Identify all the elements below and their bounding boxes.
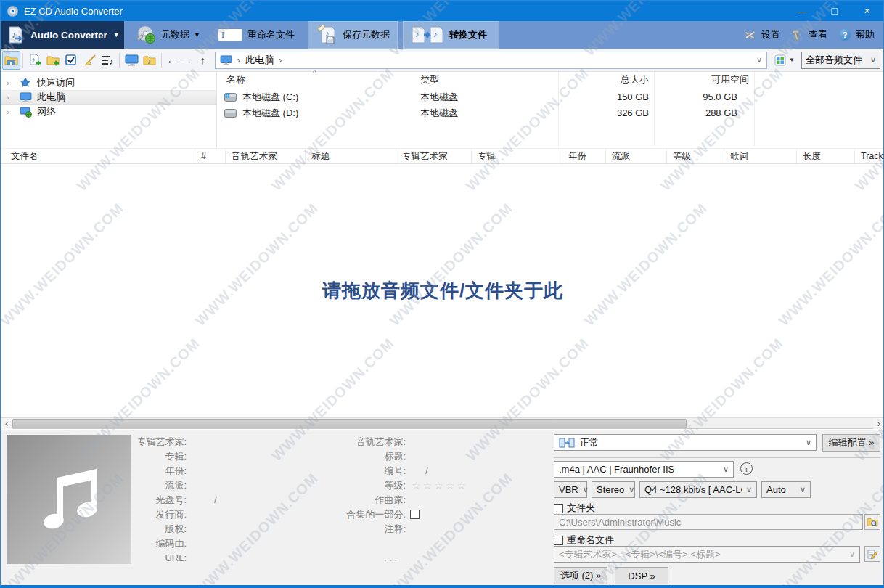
- rename-checkbox[interactable]: [554, 536, 563, 545]
- audio-converter-icon: ♪: [7, 25, 25, 44]
- rename-checkbox-row[interactable]: 重命名文件: [554, 534, 614, 547]
- column-divider[interactable]: [654, 72, 655, 146]
- breadcrumb-this-pc[interactable]: 此电脑: [245, 54, 274, 67]
- drop-zone-message: 请拖放音频文件/文件夹于此: [322, 278, 563, 303]
- edit-profile-button[interactable]: 编辑配置 »: [822, 434, 880, 452]
- disc-number-value[interactable]: /: [214, 493, 217, 507]
- svg-text:♪: ♪: [147, 57, 151, 65]
- tree-item-quick-access[interactable]: › 快速访问: [1, 75, 216, 90]
- up-button[interactable]: ↑: [195, 54, 210, 66]
- address-bar[interactable]: › 此电脑 › ∨: [215, 52, 767, 69]
- scroll-left-button[interactable]: ‹: [1, 418, 12, 429]
- expander-icon[interactable]: ›: [7, 78, 15, 87]
- column-lyrics[interactable]: 歌词: [724, 149, 797, 163]
- output-path-input[interactable]: C:\Users\Administrator\Music: [554, 514, 863, 530]
- expander-icon[interactable]: ›: [7, 107, 15, 116]
- bitrate-mode-dropdown[interactable]: VBR ∨: [554, 481, 587, 498]
- codec-info-icon[interactable]: i: [740, 462, 753, 475]
- drop-zone[interactable]: 请拖放音频文件/文件夹于此: [1, 164, 884, 417]
- browse-folder-button-bottom[interactable]: [864, 514, 880, 530]
- maximize-button[interactable]: □: [818, 1, 851, 21]
- rating-stars[interactable]: ☆☆☆☆☆: [412, 478, 468, 493]
- track-number-value[interactable]: /: [425, 464, 428, 478]
- column-title[interactable]: 标题: [306, 149, 396, 163]
- tree-item-this-pc[interactable]: › 此电脑: [1, 90, 216, 105]
- metadata-button[interactable]: 元数据 ▼: [128, 21, 208, 49]
- horizontal-scrollbar[interactable]: ‹ ›: [1, 417, 884, 429]
- hammer-icon: [792, 30, 803, 41]
- column-year[interactable]: 年份: [562, 149, 606, 163]
- file-filter-dropdown[interactable]: 全部音频文件 ∨: [801, 52, 880, 69]
- options-button[interactable]: 选项 (2) »: [554, 567, 607, 584]
- dsp-button[interactable]: DSP »: [615, 567, 668, 584]
- sample-rate-value: Auto: [766, 484, 786, 495]
- format-dropdown[interactable]: .m4a | AAC | Fraunhofer IIS ∨: [554, 461, 734, 478]
- audio-converter-menu-button[interactable]: ♪ Audio Converter ▼: [1, 21, 124, 49]
- rating-label: 等级:: [291, 478, 406, 493]
- column-track-artist[interactable]: 音轨艺术家: [226, 149, 306, 163]
- playlist-button[interactable]: ♪: [99, 51, 117, 70]
- breadcrumb-separator: ›: [237, 54, 240, 65]
- minimize-button[interactable]: —: [785, 1, 818, 21]
- svg-text:♪: ♪: [433, 30, 438, 38]
- add-folder-button[interactable]: [44, 51, 62, 70]
- back-button[interactable]: ←: [164, 54, 179, 66]
- expander-icon[interactable]: ›: [7, 93, 15, 102]
- tree-item-network[interactable]: › 网络: [1, 105, 216, 119]
- column-filename[interactable]: 文件名: [1, 149, 195, 163]
- close-button[interactable]: ×: [851, 1, 883, 21]
- column-divider[interactable]: [558, 72, 559, 146]
- scrollbar-thumb[interactable]: [12, 419, 687, 428]
- profile-caret-icon: ∨: [801, 438, 811, 447]
- copyright-label: 版权:: [44, 522, 187, 536]
- column-divider[interactable]: [754, 72, 755, 146]
- save-metadata-button[interactable]: ♪ 保存元数据: [308, 21, 398, 49]
- column-header-total-size[interactable]: 总大小: [576, 73, 649, 88]
- column-header-type[interactable]: 类型: [420, 73, 439, 88]
- browse-folder-button[interactable]: [2, 51, 20, 70]
- music-folder-button[interactable]: ♪: [141, 51, 159, 70]
- convert-files-button[interactable]: ♪♪ 转换文件: [403, 21, 499, 49]
- column-length[interactable]: 长度: [797, 149, 855, 163]
- select-all-button[interactable]: [62, 51, 81, 70]
- column-album[interactable]: 专辑: [472, 149, 562, 163]
- scroll-right-button[interactable]: ›: [873, 418, 884, 429]
- grid-view-icon: [774, 54, 786, 66]
- drive-row-d[interactable]: 本地磁盘 (D:): [224, 105, 298, 121]
- edit-pattern-button[interactable]: [864, 546, 880, 562]
- clear-list-button[interactable]: [81, 51, 99, 70]
- quality-dropdown[interactable]: Q4 ~128 kbit/s [ AAC-LC ] ∨: [639, 481, 757, 498]
- folder-checkbox-row[interactable]: 文件夹: [554, 502, 595, 515]
- comment-expand[interactable]: . . .: [384, 551, 397, 565]
- column-rating[interactable]: 等级: [667, 149, 724, 163]
- profile-value: 正常: [580, 436, 599, 449]
- drive-free: 288 GB: [665, 105, 737, 121]
- column-album-artist[interactable]: 专辑艺术家: [396, 149, 472, 163]
- forward-button[interactable]: →: [179, 54, 195, 66]
- sample-rate-dropdown[interactable]: Auto ∨: [761, 481, 811, 498]
- rename-pattern-dropdown[interactable]: <专辑艺术家> - <专辑>\<编号>.<标题> ∨: [554, 546, 860, 563]
- add-files-button[interactable]: ♪: [25, 51, 44, 70]
- column-header-name[interactable]: 名称: [226, 73, 245, 88]
- network-icon: [20, 107, 33, 118]
- drive-row-c[interactable]: 本地磁盘 (C:): [224, 89, 298, 105]
- column-track-gain[interactable]: Track g: [855, 149, 884, 163]
- compilation-checkbox[interactable]: [410, 510, 420, 519]
- view-button[interactable]: 查看: [786, 28, 833, 41]
- column-genre[interactable]: 流派: [606, 149, 667, 163]
- column-header-free-space[interactable]: 可用空间: [676, 73, 749, 88]
- address-dropdown-icon[interactable]: ∨: [756, 55, 762, 65]
- convert-files-icon: ♪♪: [411, 25, 444, 45]
- channels-dropdown[interactable]: Stereo ∨: [592, 481, 635, 498]
- folder-checkbox[interactable]: [554, 504, 563, 513]
- settings-button[interactable]: 设置: [738, 28, 786, 41]
- audio-converter-caret-icon: ▼: [113, 31, 120, 38]
- column-number[interactable]: #: [195, 149, 226, 163]
- monitor-view-button[interactable]: [122, 51, 140, 70]
- rename-files-button[interactable]: I 重命名文件: [210, 21, 302, 49]
- profile-dropdown[interactable]: 正常 ∨: [554, 434, 817, 451]
- view-mode-button[interactable]: ▼: [774, 54, 795, 66]
- bottom-panel: 专辑艺术家: 专辑: 年份: 流派: 光盘号: / 发行商: 版权: 编码由: …: [1, 430, 884, 585]
- help-button[interactable]: ? 帮助: [833, 28, 880, 41]
- format-value: .m4a | AAC | Fraunhofer IIS: [559, 464, 674, 475]
